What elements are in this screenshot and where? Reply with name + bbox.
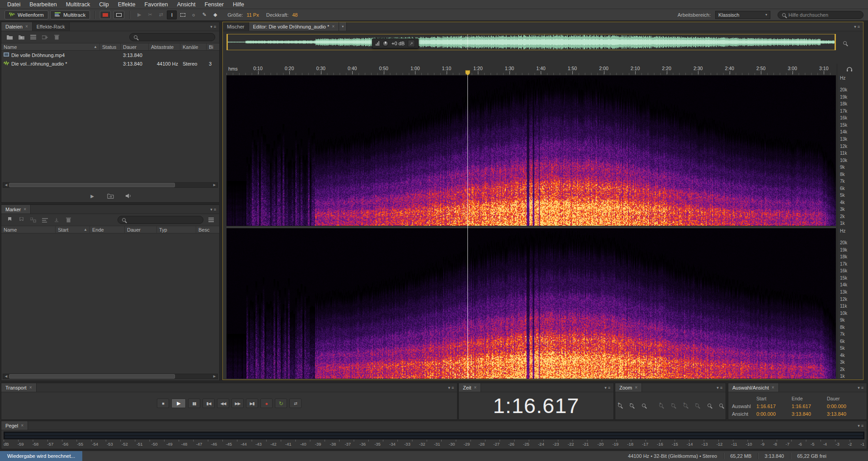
- close-icon[interactable]: ×: [635, 385, 637, 390]
- files-search-input[interactable]: [140, 34, 211, 40]
- multitrack-button[interactable]: Multitrack: [50, 10, 90, 19]
- tab-zeit[interactable]: Zeit×: [459, 383, 481, 392]
- playhead-line[interactable]: [467, 76, 468, 379]
- sel-value[interactable]: 0:00.000: [827, 404, 862, 409]
- transport-rewind[interactable]: ◀◀: [217, 399, 229, 408]
- menu-item-datei[interactable]: Datei: [3, 0, 25, 9]
- marker-search[interactable]: [118, 216, 203, 224]
- col-beschreibung[interactable]: Besc: [196, 226, 219, 233]
- zoom-sel-right[interactable]: [717, 401, 726, 409]
- overview-strip[interactable]: [226, 34, 836, 50]
- list-view-icon[interactable]: [29, 33, 37, 41]
- timeline-ruler[interactable]: hms 0:100:200:300:400:501:001:101:201:30…: [226, 64, 836, 76]
- close-icon[interactable]: ×: [21, 423, 24, 428]
- close-icon[interactable]: ×: [474, 385, 476, 390]
- wellenform-button[interactable]: Wellenform: [5, 10, 48, 19]
- panel-menu-button[interactable]: ▾≡: [445, 383, 457, 392]
- transport-skip-start[interactable]: ▮◀: [203, 399, 215, 408]
- tab-editor[interactable]: Editor: Die volle Dröhnung_audio *×: [249, 22, 340, 31]
- transport-stop[interactable]: ■: [157, 399, 169, 408]
- tab-pegel[interactable]: Pegel×: [1, 421, 28, 430]
- scrollbar-track[interactable]: [9, 374, 212, 379]
- scroll-right-icon[interactable]: ▶: [212, 374, 217, 379]
- menu-item-clip[interactable]: Clip: [94, 0, 113, 9]
- merge-markers-icon[interactable]: [29, 216, 37, 223]
- spectral-display[interactable]: [226, 76, 836, 379]
- menu-item-multitrack[interactable]: Multitrack: [61, 0, 94, 9]
- file-row[interactable]: Die volle Dröhnung.mp4 3:13.840: [1, 51, 219, 59]
- zoom-navigate-icon[interactable]: [843, 41, 847, 45]
- headphones-icon[interactable]: [846, 66, 853, 74]
- move-tool[interactable]: ▶: [134, 10, 144, 19]
- help-search-input[interactable]: [788, 12, 859, 18]
- volume-value[interactable]: +0 dB: [392, 41, 405, 46]
- transport-shuttle[interactable]: ⇄: [289, 399, 302, 408]
- files-horizontal-scrollbar[interactable]: ◀ ▶: [3, 182, 218, 188]
- file-row[interactable]: Die vol...röhnung_audio * 3:13.840 44100…: [1, 59, 219, 68]
- zoom-in-amplitude[interactable]: +: [681, 401, 690, 409]
- panel-menu-button[interactable]: ▾≡: [207, 205, 219, 214]
- transport-play[interactable]: ▶: [171, 399, 186, 408]
- marker-search-input[interactable]: [128, 217, 199, 223]
- zoom-out-amplitude[interactable]: −: [693, 401, 702, 409]
- close-icon[interactable]: ×: [29, 385, 32, 390]
- close-icon[interactable]: ×: [332, 24, 335, 29]
- delete-marker-icon[interactable]: [64, 216, 72, 223]
- editor-tab-dropdown[interactable]: ▾: [339, 22, 347, 31]
- scroll-left-icon[interactable]: ◀: [3, 374, 9, 379]
- menu-item-favoriten[interactable]: Favoriten: [140, 0, 172, 9]
- transport-forward[interactable]: ▶▶: [231, 399, 244, 408]
- scroll-left-icon[interactable]: ◀: [3, 183, 9, 187]
- hud-popout-button[interactable]: ↗: [408, 40, 415, 47]
- preview-play-button[interactable]: ▶: [87, 192, 98, 200]
- col-dauer[interactable]: Dauer: [121, 43, 149, 50]
- zoom-out[interactable]: −: [627, 401, 637, 409]
- marker-horizontal-scrollbar[interactable]: ◀ ▶: [3, 374, 218, 379]
- panel-menu-button[interactable]: ▾≡: [854, 383, 867, 392]
- spectral-display-toggle[interactable]: [100, 11, 111, 19]
- close-icon[interactable]: ×: [25, 24, 28, 29]
- open-file-icon[interactable]: [5, 33, 14, 41]
- auto-play-mute-button[interactable]: [123, 192, 134, 200]
- transport-skip-end[interactable]: ▶▮: [246, 399, 258, 408]
- scrollbar-track[interactable]: [9, 183, 212, 187]
- zoom-sel-left[interactable]: [705, 401, 714, 409]
- tab-mischer[interactable]: Mischer: [223, 22, 249, 31]
- time-selection-tool[interactable]: I: [167, 10, 177, 19]
- tab-effekte-rack[interactable]: Effekte-Rack: [33, 22, 70, 31]
- tab-dateien[interactable]: Dateien×: [1, 22, 33, 31]
- tab-transport[interactable]: Transport×: [1, 383, 37, 392]
- tab-auswahl-ansicht[interactable]: Auswahl/Ansicht×: [728, 383, 779, 392]
- scroll-right-icon[interactable]: ▶: [212, 183, 217, 187]
- menu-item-bearbeiten[interactable]: Bearbeiten: [25, 0, 61, 9]
- files-search[interactable]: [129, 33, 215, 41]
- marker-list-options-icon[interactable]: [207, 216, 215, 223]
- sel-value[interactable]: 3:13.840: [827, 411, 862, 417]
- eraser-tool[interactable]: ◆: [210, 10, 220, 19]
- export-markers-icon[interactable]: [52, 216, 61, 223]
- panel-menu-button[interactable]: ▾≡: [713, 383, 726, 392]
- panel-menu-button[interactable]: ▾≡: [854, 421, 867, 430]
- overview-playhead[interactable]: [467, 34, 468, 50]
- delete-icon[interactable]: [52, 33, 61, 41]
- col-bit[interactable]: Bi: [207, 43, 219, 50]
- overview-waveform[interactable]: [227, 34, 835, 50]
- brush-size-value[interactable]: 11 Px: [246, 12, 259, 18]
- waveform-display-toggle[interactable]: [113, 11, 124, 19]
- col-abtastrate[interactable]: Abtastrate: [149, 43, 180, 50]
- marquee-selection-tool[interactable]: [178, 10, 188, 19]
- insert-into-multitrack-icon[interactable]: [41, 216, 49, 223]
- close-icon[interactable]: ×: [24, 207, 26, 212]
- opacity-value[interactable]: 48: [292, 12, 297, 18]
- transport-loop[interactable]: ↻: [275, 399, 287, 408]
- add-marker-icon[interactable]: [5, 216, 14, 223]
- tab-zoom[interactable]: Zoom×: [615, 383, 642, 392]
- add-range-marker-icon[interactable]: [17, 216, 25, 223]
- sel-value[interactable]: 3:13.840: [792, 411, 827, 417]
- col-kanaele[interactable]: Kanäle: [180, 43, 207, 50]
- razor-tool[interactable]: ✂: [145, 10, 155, 19]
- sel-value[interactable]: 1:16.617: [756, 404, 792, 409]
- sel-value[interactable]: 1:16.617: [792, 404, 827, 409]
- workspace-select[interactable]: Klassisch ▾: [715, 11, 770, 19]
- scrollbar-thumb[interactable]: [9, 183, 175, 187]
